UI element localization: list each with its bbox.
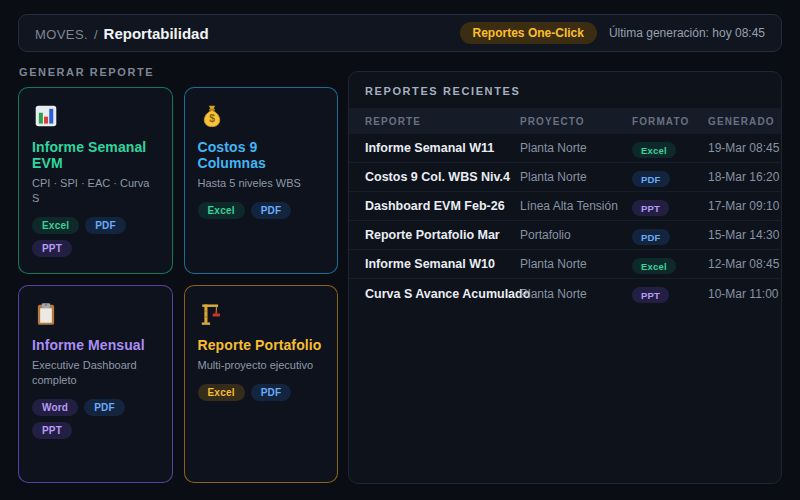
format-cell: Excel <box>632 255 708 273</box>
format-badges: Excel PDF <box>198 384 325 401</box>
table-row[interactable]: Costos 9 Col. WBS Niv.4 Planta Norte PDF… <box>349 163 781 192</box>
table-row[interactable]: Dashboard EVM Feb-26 Línea Alta Tensión … <box>349 192 781 221</box>
money-bag-icon: $ <box>199 103 225 129</box>
crane-icon <box>199 301 225 327</box>
format-badge: PDF <box>632 171 670 187</box>
project-name: Portafolio <box>520 228 632 242</box>
format-badges: Word PDF PPT <box>32 399 159 439</box>
format-badge-excel[interactable]: Excel <box>32 217 79 234</box>
project-name: Planta Norte <box>520 170 632 184</box>
format-badge-ppt[interactable]: PPT <box>32 240 72 257</box>
format-badge-pdf[interactable]: PDF <box>85 217 126 234</box>
table-row[interactable]: Informe Semanal W10 Planta Norte Excel 1… <box>349 250 781 279</box>
recent-reports-title: REPORTES RECIENTES <box>349 72 781 108</box>
report-card-informe-semanal-evm[interactable]: Informe Semanal EVM CPI · SPI · EAC · Cu… <box>18 87 173 274</box>
format-badges: Excel PDF <box>198 202 325 219</box>
format-badge-pdf[interactable]: PDF <box>251 202 292 219</box>
main-content: GENERAR REPORTE Informe Semanal EVM CPI … <box>18 64 782 484</box>
generated-date: 12-Mar 08:45 <box>708 257 779 271</box>
format-badge-pdf[interactable]: PDF <box>84 399 125 416</box>
generated-date: 17-Mar 09:10 <box>708 199 779 213</box>
generator-section-title: GENERAR REPORTE <box>19 66 338 78</box>
project-name: Planta Norte <box>520 257 632 271</box>
format-cell: PDF <box>632 168 708 186</box>
project-name: Planta Norte <box>520 287 632 301</box>
one-click-badge: Reportes One-Click <box>460 22 597 44</box>
report-card-costos-9-columnas[interactable]: $ Costos 9 Columnas Hasta 5 niveles WBS … <box>184 87 339 274</box>
svg-text:$: $ <box>209 113 215 124</box>
format-cell: PPT <box>632 197 708 215</box>
card-title: Informe Mensual <box>32 337 159 353</box>
format-badge-word[interactable]: Word <box>32 399 78 416</box>
report-card-informe-mensual[interactable]: Informe Mensual Executive Dashboard comp… <box>18 285 173 483</box>
generated-date: 18-Mar 16:20 <box>708 170 779 184</box>
card-title: Informe Semanal EVM <box>32 139 159 171</box>
format-badge-ppt[interactable]: PPT <box>32 422 72 439</box>
card-subtitle: Hasta 5 niveles WBS <box>198 176 325 191</box>
topbar: MOVES. / Reportabilidad Reportes One-Cli… <box>18 14 782 52</box>
cards-grid: Informe Semanal EVM CPI · SPI · EAC · Cu… <box>18 87 338 483</box>
table-row[interactable]: Informe Semanal W11 Planta Norte Excel 1… <box>349 134 781 163</box>
page: MOVES. / Reportabilidad Reportes One-Cli… <box>0 0 800 498</box>
report-name: Costos 9 Col. WBS Niv.4 <box>365 170 520 184</box>
format-badge: PPT <box>632 287 669 303</box>
column-header-reporte: REPORTE <box>365 116 520 127</box>
format-badge-excel[interactable]: Excel <box>198 384 245 401</box>
card-title: Reporte Portafolio <box>198 337 325 353</box>
format-badge: Excel <box>632 142 676 158</box>
bar-chart-icon <box>33 103 59 129</box>
topbar-right: Reportes One-Click Última generación: ho… <box>460 22 765 44</box>
report-card-reporte-portafolio[interactable]: Reporte Portafolio Multi-proyecto ejecut… <box>184 285 339 483</box>
column-header-proyecto: PROYECTO <box>520 116 632 127</box>
format-badge: Excel <box>632 258 676 274</box>
page-title: Reportabilidad <box>104 25 209 42</box>
generator-section: GENERAR REPORTE Informe Semanal EVM CPI … <box>18 64 338 483</box>
card-subtitle: Multi-proyecto ejecutivo <box>198 358 325 373</box>
table-row[interactable]: Reporte Portafolio Mar Portafolio PDF 15… <box>349 221 781 250</box>
breadcrumb-separator: / <box>94 27 98 42</box>
card-title: Costos 9 Columnas <box>198 139 325 171</box>
clipboard-icon <box>33 301 59 327</box>
brand-logo: MOVES. <box>35 27 88 42</box>
format-cell: PDF <box>632 226 708 244</box>
format-badge-excel[interactable]: Excel <box>198 202 245 219</box>
report-name: Informe Semanal W11 <box>365 141 520 155</box>
project-name: Planta Norte <box>520 141 632 155</box>
breadcrumb: MOVES. / Reportabilidad <box>35 25 209 42</box>
format-badge: PDF <box>632 229 670 245</box>
project-name: Línea Alta Tensión <box>520 199 632 213</box>
report-name: Informe Semanal W10 <box>365 257 520 271</box>
generated-date: 10-Mar 11:00 <box>708 287 778 301</box>
report-name: Dashboard EVM Feb-26 <box>365 199 520 213</box>
format-badges: Excel PDF PPT <box>32 217 159 257</box>
last-generation-text: Última generación: hoy 08:45 <box>609 26 765 40</box>
generated-date: 15-Mar 14:30 <box>708 228 779 242</box>
format-cell: Excel <box>632 139 708 157</box>
generated-date: 19-Mar 08:45 <box>708 141 779 155</box>
format-badge: PPT <box>632 200 669 216</box>
format-badge-pdf[interactable]: PDF <box>251 384 292 401</box>
table-row[interactable]: Curva S Avance Acumulado Planta Norte PP… <box>349 279 781 308</box>
format-cell: PPT <box>632 285 708 303</box>
card-subtitle: Executive Dashboard completo <box>32 358 159 388</box>
card-subtitle: CPI · SPI · EAC · Curva S <box>32 176 159 206</box>
recent-reports-panel: REPORTES RECIENTES REPORTE PROYECTO FORM… <box>348 71 782 484</box>
column-header-formato: FORMATO <box>632 116 708 127</box>
report-name: Reporte Portafolio Mar <box>365 228 520 242</box>
column-header-generado: GENERADO <box>708 116 775 127</box>
table-header: REPORTE PROYECTO FORMATO GENERADO <box>349 108 781 134</box>
report-name: Curva S Avance Acumulado <box>365 287 520 301</box>
